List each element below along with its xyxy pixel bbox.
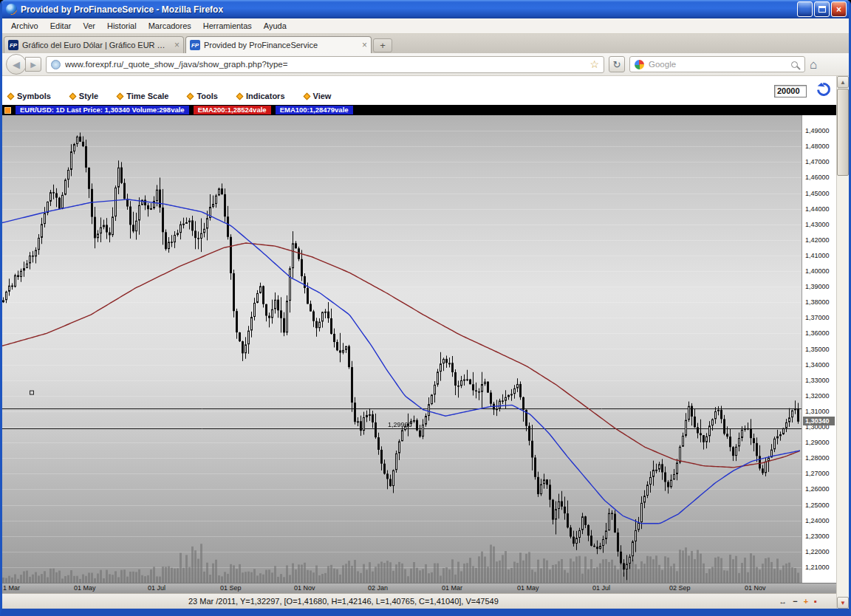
chart-menu-label: View xyxy=(313,92,332,100)
chart-menu-indicators[interactable]: Indicators xyxy=(237,92,285,100)
scroll-up-icon[interactable]: ▲ xyxy=(837,76,849,88)
google-icon xyxy=(635,60,644,69)
new-tab-button[interactable]: + xyxy=(373,38,392,52)
diamond-icon xyxy=(69,92,76,100)
price-tick: 1,44000 xyxy=(805,205,830,213)
vertical-scrollbar[interactable]: ▲ ▼ xyxy=(836,76,849,609)
chart-menu-symbols[interactable]: Symbols xyxy=(8,92,51,100)
window-title: Provided by ProFinanceService - Mozilla … xyxy=(21,4,223,15)
chart-menu-bar: SymbolsStyleTime ScaleToolsIndicatorsVie… xyxy=(8,92,331,100)
diamond-icon xyxy=(236,92,244,100)
time-label: 1 Mar xyxy=(3,584,20,592)
search-placeholder: Google xyxy=(649,60,787,69)
diamond-icon xyxy=(7,92,15,100)
minimize-button[interactable]: _ xyxy=(797,1,813,17)
tab-grafico-euro-dolar[interactable]: FP Gráfico del Euro Dólar | Gráfico EUR … xyxy=(4,36,184,53)
ema200-legend: EMA200:1,28524vale xyxy=(194,106,271,114)
time-label: 01 Sep xyxy=(220,584,242,592)
price-tick: 1,36000 xyxy=(805,329,830,337)
price-tick: 1,40000 xyxy=(805,267,830,275)
instrument-legend: EUR/USD: 1D Last Price: 1,30340 Volume:2… xyxy=(16,106,189,114)
price-tick: 1,37000 xyxy=(805,314,830,321)
price-tick: 1,39000 xyxy=(805,283,830,290)
zoom-in-icon[interactable]: + xyxy=(804,597,808,606)
price-tick: 1,45000 xyxy=(805,190,830,197)
chart-menu-label: Time Scale xyxy=(126,92,168,100)
chart-menu-label: Indicators xyxy=(246,92,285,100)
price-axis: 1,30340 1,490001,480001,470001,460001,45… xyxy=(802,115,836,583)
price-tick: 1,38000 xyxy=(805,298,830,306)
chart-menu-label: Tools xyxy=(196,92,218,100)
reload-button[interactable]: ↻ xyxy=(609,56,625,72)
menu-marcadores[interactable]: Marcadores xyxy=(143,19,197,32)
status-bar: 23 Mar /2011, Y=1,32297, [O=1,41680, H=1… xyxy=(2,593,836,609)
price-tick: 1,42000 xyxy=(805,236,830,244)
chart-menu-style[interactable]: Style xyxy=(70,92,98,100)
time-axis: 1 Mar01 May01 Jul01 Sep01 Nov02 Jan01 Ma… xyxy=(2,583,836,593)
price-tick: 1,22000 xyxy=(805,548,830,555)
menu-archivo[interactable]: Archivo xyxy=(5,19,44,32)
back-button[interactable]: ◀ xyxy=(6,54,27,75)
time-label: 01 Mar xyxy=(442,584,462,592)
tab-provided-by-profinanceservice[interactable]: FP Provided by ProFinanceService × xyxy=(185,36,372,53)
menu-bar: ArchivoEditarVerHistorialMarcadoresHerra… xyxy=(2,18,849,34)
menu-editar[interactable]: Editar xyxy=(44,19,78,32)
period-input[interactable]: 20000 xyxy=(774,85,807,97)
ema100-legend: EMA100:1,28479vale xyxy=(276,106,353,114)
url-bar[interactable]: www.forexpf.ru/_quote_show_/java/show_gr… xyxy=(46,56,604,73)
chart-applet-toolbar: SymbolsStyleTime ScaleToolsIndicatorsVie… xyxy=(2,76,836,105)
time-label: 01 May xyxy=(517,584,539,592)
price-tick: 1,29000 xyxy=(805,439,830,446)
price-chart-canvas[interactable] xyxy=(2,115,802,583)
price-tick: 1,33000 xyxy=(805,377,830,384)
maximize-icon xyxy=(818,6,826,13)
home-button[interactable]: ⌂ xyxy=(810,58,817,71)
price-tick: 1,21000 xyxy=(805,564,830,571)
scroll-down-icon[interactable]: ▼ xyxy=(837,597,849,609)
last-price-tag: 1,30340 xyxy=(803,417,835,425)
time-label: 01 Jul xyxy=(148,584,165,592)
time-label: 01 Nov xyxy=(294,584,315,592)
marker-icon[interactable]: ▪ xyxy=(814,597,817,606)
scrollbar-thumb[interactable] xyxy=(837,89,849,176)
menu-ver[interactable]: Ver xyxy=(77,19,101,32)
bookmark-star-icon[interactable]: ☆ xyxy=(589,59,599,69)
price-tick: 1,25000 xyxy=(805,502,830,509)
search-bar[interactable]: Google xyxy=(629,56,805,72)
chart-menu-view[interactable]: View xyxy=(304,92,332,100)
chart-legend-bar: EUR/USD: 1D Last Price: 1,30340 Volume:2… xyxy=(2,105,836,115)
chart-refresh-icon[interactable] xyxy=(814,80,833,98)
zoom-out-icon[interactable]: − xyxy=(793,597,797,606)
menu-herramientas[interactable]: Herramientas xyxy=(197,19,258,32)
price-tick: 1,26000 xyxy=(805,485,830,493)
diamond-icon xyxy=(303,92,310,100)
tab-close-icon[interactable]: × xyxy=(174,41,180,49)
tab-favicon: FP xyxy=(190,40,200,50)
chart-menu-label: Symbols xyxy=(17,92,51,100)
tab-close-icon[interactable]: × xyxy=(362,41,367,49)
price-tick: 1,49000 xyxy=(805,127,830,134)
title-bar: Provided by ProFinanceService - Mozilla … xyxy=(2,0,849,18)
menu-ayuda[interactable]: Ayuda xyxy=(258,19,293,32)
menu-historial[interactable]: Historial xyxy=(101,19,143,32)
close-button[interactable]: × xyxy=(831,1,847,17)
price-tick: 1,46000 xyxy=(805,174,830,181)
chart-menu-time-scale[interactable]: Time Scale xyxy=(117,92,168,100)
tab-favicon: FP xyxy=(8,40,18,50)
maximize-button[interactable] xyxy=(814,1,830,17)
pan-icon[interactable]: ↔ xyxy=(779,597,787,606)
browser-window: Provided by ProFinanceService - Mozilla … xyxy=(0,0,851,616)
price-tick: 1,43000 xyxy=(805,221,830,228)
tab-title: Gráfico del Euro Dólar | Gráfico EUR USD… xyxy=(22,41,171,49)
chart-control-icons: ↔−+▪ xyxy=(779,597,817,606)
tab-title: Provided by ProFinanceService xyxy=(204,41,358,49)
price-tick: 1,47000 xyxy=(805,158,830,165)
search-magnifier-icon[interactable] xyxy=(791,61,798,68)
url-text[interactable]: www.forexpf.ru/_quote_show_/java/show_gr… xyxy=(65,60,585,69)
price-tick: 1,35000 xyxy=(805,346,830,353)
forward-button[interactable]: ▶ xyxy=(25,57,41,72)
price-tick: 1,48000 xyxy=(805,143,830,150)
time-label: 01 May xyxy=(74,584,96,592)
chart-menu-tools[interactable]: Tools xyxy=(188,92,218,100)
crosshair-readout: 23 Mar /2011, Y=1,32297, [O=1,41680, H=1… xyxy=(188,597,499,606)
